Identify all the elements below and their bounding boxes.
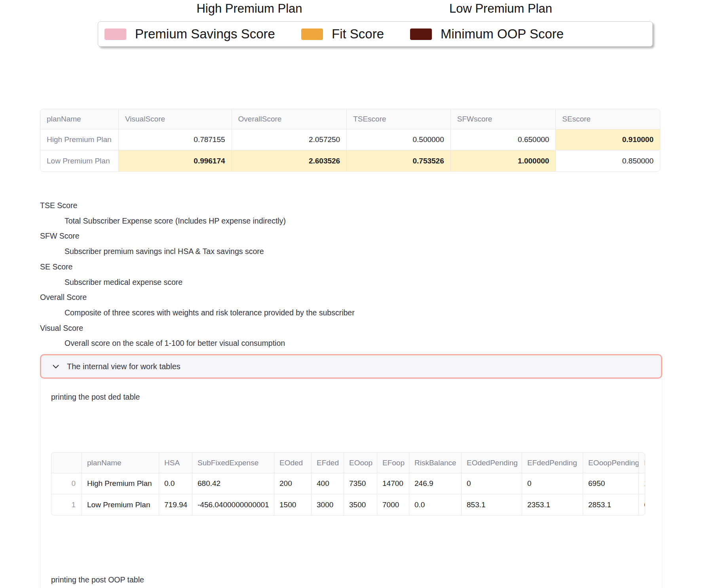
cell: 680.42 [192, 473, 274, 494]
col-header-tsescore: TSEscore [347, 109, 451, 129]
definition-term: TSE Score [40, 198, 703, 213]
cell-index: 0 [51, 473, 82, 494]
axis-tick-clipped: 0.00 [67, 0, 91, 3]
definition-description: Total Subscriber Expense score (Includes… [40, 213, 703, 229]
cell-value-highlighted: 0.910000 [556, 129, 660, 150]
cell-value: 0.787155 [119, 129, 232, 150]
cell-value: 0.850000 [556, 150, 660, 171]
cell: 2353.1 [522, 494, 583, 515]
cell-clipped: 6 [639, 494, 645, 515]
score-table-header-row: planName VisualScore OverallScore TSEsco… [40, 109, 660, 129]
expander-content: printing the post ded table planName HSA… [40, 379, 662, 588]
legend-item-minimum-oop[interactable]: Minimum OOP Score [410, 27, 564, 42]
work-tables-expander: The internal view for work tables printi… [40, 354, 662, 588]
cell: 200 [274, 473, 312, 494]
dataframe-row: 0 High Premium Plan 0.0 680.42 200 400 7… [51, 473, 645, 494]
cell-plan-name: High Premium Plan [40, 129, 119, 150]
table-row: Low Premium Plan 0.996174 2.603526 0.753… [40, 150, 660, 171]
col-header-efoop: EFoop [377, 453, 409, 473]
cell-value-highlighted: 1.000000 [451, 150, 556, 171]
cell: 853.1 [462, 494, 522, 515]
chevron-down-icon [51, 362, 60, 371]
legend-swatch-fit-score-icon [301, 28, 323, 40]
col-header-index [51, 453, 82, 473]
cell: 246.9 [409, 473, 462, 494]
definition-description: Subscriber premium savings incl HSA & Ta… [40, 244, 703, 259]
expander-header[interactable]: The internal view for work tables [40, 354, 662, 379]
col-header-efded: EFded [312, 453, 344, 473]
cell: -456.0400000000001 [192, 494, 274, 515]
cell: 7350 [344, 473, 377, 494]
col-header-eodedpending: EOdedPending [462, 453, 522, 473]
facet-title-high-premium: High Premium Plan [158, 2, 340, 16]
col-header-visualscore: VisualScore [119, 109, 232, 129]
legend-label: Fit Score [332, 27, 384, 42]
col-header-eoded: EOded [274, 453, 312, 473]
cell-value: 0.650000 [451, 129, 556, 150]
col-header-riskbalance: RiskBalance [409, 453, 462, 473]
col-header-eoooppending: EOoopPending [583, 453, 639, 473]
dataframe-row: 1 Low Premium Plan 719.94 -456.040000000… [51, 494, 645, 515]
definition-term: Overall Score [40, 290, 703, 305]
expander-label: The internal view for work tables [67, 362, 180, 371]
post-oop-caption: printing the post OOP table [51, 575, 662, 584]
chart-bottom-region: 0.00 High Premium Plan Low Premium Plan … [0, 0, 703, 51]
cell: 3000 [312, 494, 344, 515]
cell: 1500 [274, 494, 312, 515]
cell-value-highlighted: 0.996174 [119, 150, 232, 171]
cell-value-highlighted: 2.603526 [232, 150, 347, 171]
cell-plan-name: Low Premium Plan [40, 150, 119, 171]
col-header-clipped: E [639, 453, 645, 473]
cell-clipped: 1 [639, 473, 645, 494]
score-definitions: TSE Score Total Subscriber Expense score… [40, 198, 703, 351]
definition-description: Composite of three scores with weights a… [40, 305, 703, 321]
col-header-planname: planName [40, 109, 119, 129]
cell: 0 [462, 473, 522, 494]
legend-label: Minimum OOP Score [441, 27, 564, 42]
col-header-subfixedexpense: SubFixedExpense [192, 453, 274, 473]
definition-description: Overall score on the scale of 1-100 for … [40, 336, 703, 351]
cell-index: 1 [51, 494, 82, 515]
definition-description: Subscriber medical expense score [40, 275, 703, 290]
col-header-planname: planName [82, 453, 159, 473]
chart-legend: Premium Savings Score Fit Score Minimum … [98, 21, 653, 47]
cell: 0.0 [159, 473, 192, 494]
cell: High Premium Plan [82, 473, 159, 494]
dataframe-header-row: planName HSA SubFixedExpense EOded EFded… [51, 453, 645, 473]
definition-term: SFW Score [40, 228, 703, 244]
definition-term: Visual Score [40, 321, 703, 336]
cell: 2853.1 [583, 494, 639, 515]
col-header-overallscore: OverallScore [232, 109, 347, 129]
col-header-sescore: SEscore [556, 109, 660, 129]
col-header-sfwscore: SFWscore [451, 109, 556, 129]
cell: 719.94 [159, 494, 192, 515]
cell-value: 0.500000 [347, 129, 451, 150]
cell: 0.0 [409, 494, 462, 515]
col-header-hsa: HSA [159, 453, 192, 473]
cell: 400 [312, 473, 344, 494]
col-header-eooop: EOoop [344, 453, 377, 473]
cell: 0 [522, 473, 583, 494]
post-ded-caption: printing the post ded table [51, 379, 662, 402]
cell-value-highlighted: 0.753526 [347, 150, 451, 171]
legend-label: Premium Savings Score [135, 27, 275, 42]
cell: 6950 [583, 473, 639, 494]
score-summary-table: planName VisualScore OverallScore TSEsco… [40, 109, 660, 172]
legend-item-fit-score[interactable]: Fit Score [301, 27, 384, 42]
post-ded-dataframe[interactable]: planName HSA SubFixedExpense EOded EFded… [51, 452, 645, 516]
cell: 7000 [377, 494, 409, 515]
col-header-efdedpending: EFdedPending [522, 453, 583, 473]
cell-value: 2.057250 [232, 129, 347, 150]
legend-swatch-minimum-oop-icon [410, 28, 432, 40]
table-row: High Premium Plan 0.787155 2.057250 0.50… [40, 129, 660, 150]
cell: 3500 [344, 494, 377, 515]
cell: Low Premium Plan [82, 494, 159, 515]
cell: 14700 [377, 473, 409, 494]
legend-swatch-premium-savings-icon [104, 28, 126, 40]
definition-term: SE Score [40, 259, 703, 275]
legend-item-premium-savings[interactable]: Premium Savings Score [104, 27, 275, 42]
dataframe-table: planName HSA SubFixedExpense EOded EFded… [51, 453, 645, 515]
facet-title-low-premium: Low Premium Plan [410, 2, 592, 16]
